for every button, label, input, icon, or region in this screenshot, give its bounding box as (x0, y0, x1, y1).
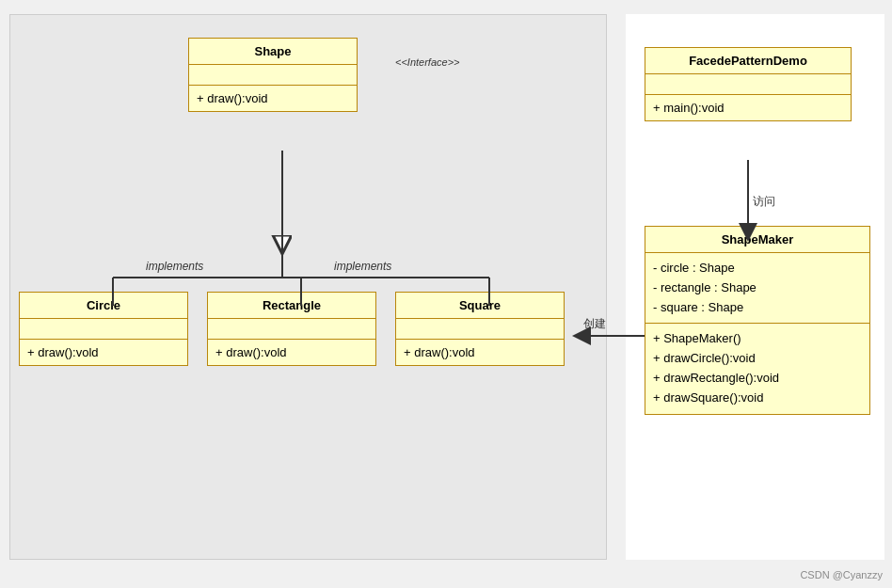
square-class-section1 (396, 319, 564, 340)
rectangle-class-methods: + draw():vold (208, 340, 375, 365)
shapemaker-class-name: ShapeMaker (722, 232, 794, 246)
interface-label-text: <<Interface>> (395, 56, 460, 68)
shapemaker-drawcircle: + drawCircle():void (653, 349, 862, 369)
watermark-text: CSDN @Cyanzzy (800, 569, 883, 580)
facade-demo-class-methods: + main():void (645, 95, 851, 120)
interface-label: <<Interface>> (395, 55, 460, 69)
square-class-box: Square + draw():vold (395, 292, 565, 366)
shape-class-section1 (189, 65, 357, 86)
square-class-header: Square (396, 293, 564, 319)
square-class-name: Square (459, 298, 501, 312)
circle-class-methods: + draw():vold (20, 340, 187, 365)
shapemaker-class-header: ShapeMaker (645, 227, 869, 253)
circle-draw-method: + draw():vold (27, 345, 99, 359)
circle-class-box: Circle + draw():vold (19, 292, 188, 366)
shapemaker-class-box: ShapeMaker - circle : Shape - rectangle … (645, 226, 870, 415)
facade-demo-class-name: FacedePatternDemo (689, 54, 807, 68)
facade-demo-class-header: FacedePatternDemo (645, 48, 851, 74)
shapemaker-drawrectangle: + drawRectangle():void (653, 369, 862, 389)
shape-class-methods: + draw():void (189, 86, 357, 111)
facade-demo-main-method: + main():void (653, 101, 725, 115)
shapemaker-attr-circle: - circle : Shape (653, 259, 862, 278)
facade-demo-class-box: FacedePatternDemo + main():void (645, 47, 852, 121)
rectangle-class-box: Rectangle + draw():vold (207, 292, 376, 366)
square-draw-method: + draw():vold (404, 345, 475, 359)
shapemaker-attr-square: - square : Shape (653, 298, 862, 318)
rectangle-class-section1 (208, 319, 375, 340)
shapemaker-attr-rectangle: - rectangle : Shape (653, 278, 862, 298)
rectangle-class-name: Rectangle (263, 298, 321, 312)
watermark: CSDN @Cyanzzy (800, 569, 883, 580)
shape-class-header: Shape (189, 39, 357, 65)
circle-class-header: Circle (20, 293, 187, 319)
rectangle-draw-method: + draw():vold (215, 345, 287, 359)
circle-class-name: Circle (87, 298, 120, 312)
shapemaker-attributes-section: - circle : Shape - rectangle : Shape - s… (645, 253, 869, 324)
shapemaker-methods-section: + ShapeMaker() + drawCircle():void + dra… (645, 324, 869, 413)
shape-draw-method: + draw():void (197, 91, 268, 105)
shapemaker-drawsquare: + drawSquare():void (653, 389, 862, 408)
shape-class-name: Shape (254, 44, 291, 58)
shapemaker-constructor: + ShapeMaker() (653, 329, 862, 349)
rectangle-class-header: Rectangle (208, 293, 375, 319)
shape-class-box: Shape + draw():void (188, 38, 358, 112)
circle-class-section1 (20, 319, 187, 340)
square-class-methods: + draw():vold (396, 340, 564, 365)
facade-demo-section1 (645, 74, 851, 95)
